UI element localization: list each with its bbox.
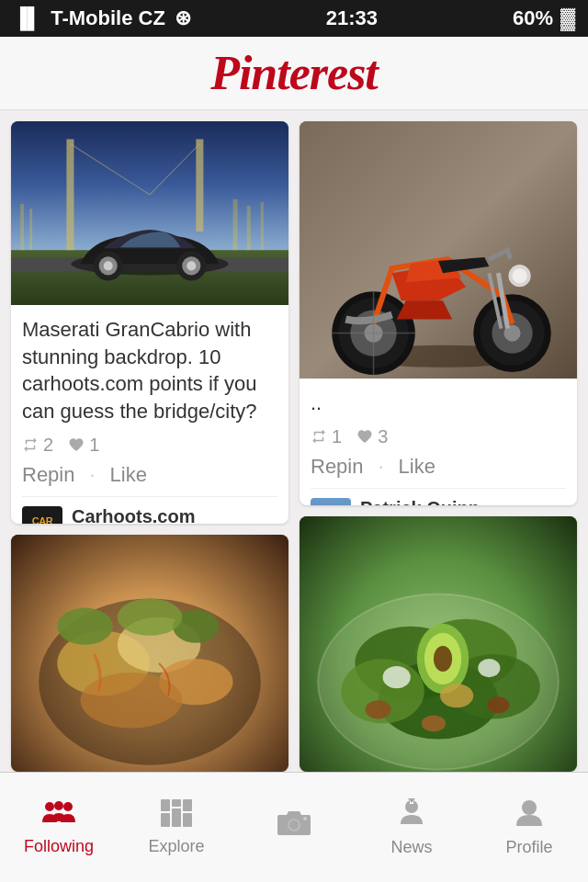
tab-profile-label: Profile: [505, 838, 552, 857]
tab-explore[interactable]: Explore: [118, 773, 235, 882]
pin-motorcycle-meta: 1 3: [311, 426, 566, 447]
pin-motorcycle-body: .. 1 3 Repin · Like: [300, 379, 577, 505]
tab-following-label: Following: [24, 837, 94, 856]
carrier-label: T-Mobile CZ: [51, 6, 165, 30]
pin-motorcycle-description: ..: [311, 390, 566, 417]
svg-rect-72: [183, 813, 192, 827]
svg-point-56: [434, 646, 452, 672]
svg-rect-3: [196, 139, 203, 232]
pin-maserati-avatar: CARHOOTS: [22, 506, 62, 524]
tab-bar: Following Explore: [0, 772, 588, 882]
pin-card-salad-right: [300, 516, 577, 772]
svg-point-75: [303, 817, 307, 820]
svg-point-59: [440, 684, 473, 707]
pin-maserati-repins: 2: [22, 435, 53, 456]
svg-point-74: [289, 820, 299, 830]
pin-maserati-meta: 2 1: [22, 435, 277, 456]
tab-news[interactable]: News: [353, 773, 470, 882]
news-icon: [397, 798, 426, 832]
pin-image-maserati: [11, 121, 288, 305]
tab-explore-label: Explore: [148, 837, 204, 856]
svg-rect-15: [29, 209, 32, 250]
svg-point-57: [383, 666, 411, 688]
app-header: Pinterest: [0, 37, 588, 110]
pin-image-motorcycle: [300, 121, 577, 379]
svg-rect-18: [261, 202, 264, 250]
battery-label: 60%: [513, 6, 553, 30]
camera-icon: [277, 808, 311, 842]
pin-maserati-actions: Repin · Like: [22, 463, 277, 497]
svg-rect-69: [183, 799, 192, 811]
svg-point-65: [54, 801, 63, 810]
svg-point-79: [522, 800, 537, 815]
svg-rect-71: [172, 808, 181, 827]
svg-point-62: [422, 715, 446, 731]
pin-motorcycle-source-name: Patrick Quinn: [360, 498, 509, 505]
pin-maserati-repin-btn[interactable]: Repin: [22, 463, 74, 487]
pin-image-salad-right: [300, 516, 577, 772]
explore-icon: [161, 799, 192, 831]
content-area: Maserati GranCabrio with stunning backdr…: [0, 110, 588, 772]
tab-news-label: News: [390, 838, 432, 857]
pin-card-salad-left: [11, 535, 288, 772]
pin-maserati-body: Maserati GranCabrio with stunning backdr…: [11, 305, 288, 524]
app-logo: Pinterest: [210, 46, 378, 100]
following-icon: [42, 799, 75, 831]
pin-motorcycle-actions: Repin · Like: [311, 455, 566, 489]
pin-image-salad-left: [11, 535, 288, 772]
pin-maserati-like-btn[interactable]: Like: [110, 463, 147, 487]
status-right: 60% ▓: [513, 6, 575, 30]
svg-point-64: [45, 802, 54, 811]
pin-maserati-likes: 1: [68, 435, 99, 456]
pin-maserati-description: Maserati GranCabrio with stunning backdr…: [22, 316, 277, 425]
tab-camera[interactable]: [235, 773, 353, 882]
pin-motorcycle-avatar: [311, 498, 351, 505]
svg-point-10: [104, 261, 113, 270]
svg-point-66: [63, 802, 73, 811]
left-column: Maserati GranCabrio with stunning backdr…: [11, 121, 288, 772]
pin-motorcycle-repins: 1: [311, 426, 342, 447]
svg-point-61: [487, 696, 509, 713]
svg-point-60: [365, 700, 390, 718]
svg-point-27: [118, 598, 182, 635]
pin-maserati-source-name: Carhoots.com: [72, 506, 216, 524]
pin-motorcycle-source: Patrick Quinn Motorcycles, Scoo...: [311, 498, 566, 505]
right-column: .. 1 3 Repin · Like: [300, 121, 577, 772]
svg-rect-67: [161, 799, 170, 811]
pin-card-motorcycle: .. 1 3 Repin · Like: [300, 121, 577, 505]
svg-point-13: [187, 261, 196, 270]
time-label: 21:33: [326, 6, 378, 30]
signal-icon: ▐▌: [13, 6, 41, 30]
svg-rect-68: [172, 799, 181, 807]
svg-rect-2: [66, 139, 74, 250]
pin-motorcycle-like-btn[interactable]: Like: [399, 455, 435, 479]
status-bar: ▐▌ T-Mobile CZ ⊛ 21:33 60% ▓: [0, 0, 588, 37]
profile-icon: [516, 798, 542, 832]
pin-motorcycle-repin-btn[interactable]: Repin: [311, 455, 363, 479]
tab-following[interactable]: Following: [0, 773, 118, 882]
pin-motorcycle-likes: 3: [356, 426, 388, 447]
svg-point-39: [513, 268, 527, 283]
status-left: ▐▌ T-Mobile CZ ⊛: [13, 6, 191, 30]
svg-point-58: [478, 659, 500, 677]
battery-icon: ▓: [560, 6, 575, 30]
svg-rect-16: [233, 199, 238, 250]
svg-rect-43: [311, 498, 351, 505]
svg-rect-14: [20, 204, 24, 250]
pin-maserati-source: CARHOOTS Carhoots.com Sports cars we lov…: [22, 506, 277, 524]
tab-profile[interactable]: Profile: [470, 773, 588, 882]
svg-rect-70: [161, 813, 170, 827]
svg-point-24: [81, 673, 183, 728]
svg-point-25: [57, 607, 112, 644]
pin-card-maserati: Maserati GranCabrio with stunning backdr…: [11, 121, 288, 524]
wifi-icon: ⊛: [175, 6, 191, 30]
svg-rect-17: [247, 206, 251, 250]
